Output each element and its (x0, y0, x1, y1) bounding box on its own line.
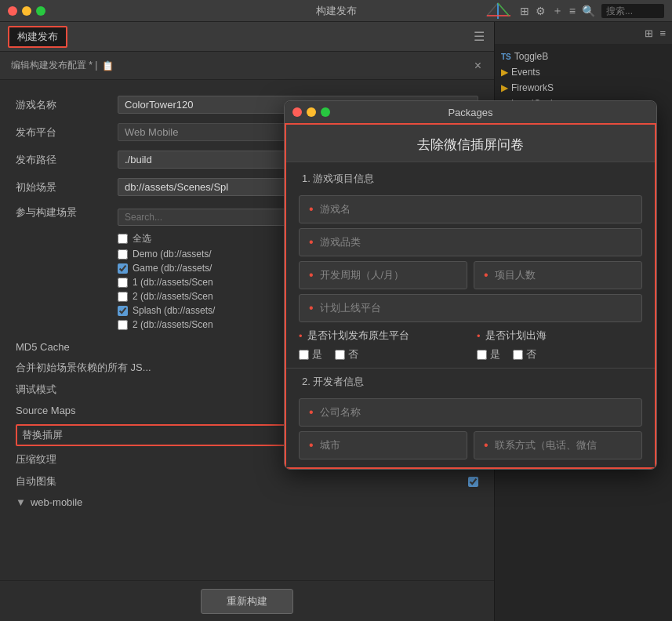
build-path-label: 发布路径 (16, 153, 118, 167)
sub-header: 编辑构建发布配置 * | 📋 × (0, 52, 494, 80)
team-size-field[interactable]: • 项目人数 (474, 261, 642, 289)
required-dot-8: • (309, 405, 314, 419)
right-panel-icon1[interactable]: ⊞ (645, 27, 653, 39)
native-platform-group: • 是否计划发布原生平台 是 否 (299, 329, 464, 361)
web-mobile-row: ▼ web-mobile (16, 496, 478, 508)
required-dot-2: • (309, 235, 314, 249)
scene-checkbox-game[interactable] (118, 263, 128, 274)
oversea-yes-checkbox[interactable] (477, 350, 487, 360)
folder-icon-fireworks: ▶ (501, 82, 508, 93)
edit-icon[interactable]: 📋 (102, 60, 114, 71)
dev-cycle-field[interactable]: • 开发周期（人/月） (299, 261, 467, 289)
scene-checkbox-all[interactable] (118, 234, 128, 244)
title-bar: 构建发布 ⊞ ⚙ ＋ ≡ 🔍 (0, 0, 672, 22)
contact-row: • 城市 • 联系方式（电话、微信 (299, 431, 642, 459)
window-title: 构建发布 (316, 4, 357, 18)
oversea-group: • 是否计划出海 是 否 (477, 329, 642, 361)
scene-checkbox-splash[interactable] (118, 306, 128, 316)
packages-content: 去除微信插屏问卷 1. 游戏项目信息 • 游戏名 • 游戏品类 • 开发周期（人… (285, 123, 656, 469)
oversea-yes-option[interactable]: 是 (477, 347, 500, 361)
game-name-placeholder: 游戏名 (320, 202, 351, 216)
oversea-no-label: 否 (526, 347, 536, 361)
game-name-label: 游戏名称 (16, 98, 118, 112)
platform-checkbox-row: • 是否计划发布原生平台 是 否 • 是否计划出海 (299, 329, 642, 361)
packages-close-btn[interactable] (292, 107, 302, 117)
list-icon[interactable]: ≡ (569, 5, 576, 17)
team-size-placeholder: 项目人数 (495, 268, 536, 282)
build-scenes-label: 参与构建场景 (16, 205, 118, 220)
company-name-placeholder: 公司名称 (320, 405, 361, 419)
oversea-no-option[interactable]: 否 (513, 347, 536, 361)
folder-icon-events: ▶ (501, 67, 508, 78)
maximize-button[interactable] (36, 6, 45, 16)
right-item-fireworks-label: FireworkS (511, 82, 554, 93)
right-item-events-label: Events (511, 67, 540, 78)
left-header: 构建发布 ☰ (0, 22, 494, 52)
native-yes-checkbox[interactable] (299, 350, 309, 360)
oversea-label: • 是否计划出海 (477, 329, 642, 343)
right-item-ts[interactable]: TS ToggleB (495, 49, 672, 64)
contact-field[interactable]: • 联系方式（电话、微信 (474, 431, 642, 459)
plus-icon[interactable]: ＋ (552, 4, 563, 18)
game-category-field[interactable]: • 游戏品类 (299, 228, 642, 256)
packages-minimize-btn[interactable] (307, 107, 316, 117)
gear-icon[interactable]: ⚙ (536, 5, 546, 17)
scene-label-all: 全选 (133, 232, 151, 245)
scene-label-splash: Splash (db://assets/ (133, 305, 215, 316)
native-no-checkbox[interactable] (335, 350, 345, 360)
right-panel-icon2[interactable]: ≡ (659, 27, 666, 39)
close-button[interactable] (8, 6, 17, 16)
title-bar-icons: ⊞ ⚙ ＋ ≡ 🔍 (482, 2, 664, 20)
rebuild-button[interactable]: 重新构建 (201, 589, 293, 614)
sub-header-label: 编辑构建发布配置 * | (11, 59, 97, 72)
autoatlas-checkbox[interactable] (468, 477, 478, 487)
section1-title: 1. 游戏项目信息 (286, 162, 655, 191)
oversea-no-checkbox[interactable] (513, 350, 523, 360)
camera-icon[interactable]: ⊞ (520, 5, 529, 17)
scene-label-2b: 2 (db://assets/Scen (133, 319, 213, 330)
section2-title: 2. 开发者信息 (286, 368, 655, 394)
web-mobile-label: web-mobile (31, 496, 82, 508)
contact-placeholder: 联系方式（电话、微信 (495, 438, 597, 452)
city-placeholder: 城市 (320, 438, 340, 452)
scene-checkbox-demo[interactable] (118, 249, 128, 260)
scene-label-1: 1 (db://assets/Scen (133, 277, 213, 288)
required-dot-1: • (309, 202, 314, 216)
game-category-placeholder: 游戏品类 (320, 235, 361, 249)
required-dot-10: • (484, 438, 489, 452)
launch-platform-field[interactable]: • 计划上线平台 (299, 294, 642, 322)
city-field[interactable]: • 城市 (299, 431, 467, 459)
dev-info-row: • 开发周期（人/月） • 项目人数 (299, 261, 642, 289)
native-platform-options: 是 否 (299, 347, 464, 361)
packages-title-bar: Packages (285, 101, 656, 123)
survey-title: 去除微信插屏问卷 (417, 137, 524, 152)
packages-modal: Packages 去除微信插屏问卷 1. 游戏项目信息 • 游戏名 • 游戏品类… (284, 100, 657, 470)
right-item-events[interactable]: ▶ Events (495, 64, 672, 80)
required-dot-5: • (309, 301, 314, 315)
search-input[interactable] (601, 4, 664, 18)
platform-label: 发布平台 (16, 125, 118, 140)
scene-checkbox-2[interactable] (118, 292, 128, 302)
company-name-field[interactable]: • 公司名称 (299, 398, 642, 427)
native-yes-label: 是 (312, 347, 322, 361)
scene-checkbox-1[interactable] (118, 278, 128, 288)
scene-checkbox-2b[interactable] (118, 320, 128, 330)
required-dot-9: • (309, 438, 314, 452)
right-item-ts-label: ToggleB (514, 51, 548, 62)
native-yes-option[interactable]: 是 (299, 347, 322, 361)
native-no-option[interactable]: 否 (335, 347, 358, 361)
minimize-button[interactable] (22, 6, 31, 16)
game-name-field[interactable]: • 游戏名 (299, 195, 642, 223)
dev-cycle-placeholder: 开发周期（人/月） (320, 268, 405, 282)
web-mobile-arrow-icon: ▼ (16, 496, 26, 508)
autoatlas-row: 自动图集 (16, 474, 478, 488)
close-config-icon[interactable]: × (474, 59, 481, 73)
menu-icon[interactable]: ☰ (474, 29, 485, 44)
native-platform-label: • 是否计划发布原生平台 (299, 329, 464, 343)
packages-window-controls (292, 107, 330, 117)
right-header: ⊞ ≡ (495, 22, 672, 44)
right-item-fireworks[interactable]: ▶ FireworkS (495, 80, 672, 96)
packages-maximize-btn[interactable] (321, 107, 330, 117)
scene-label-2: 2 (db://assets/Scen (133, 291, 213, 302)
search-icon[interactable]: 🔍 (582, 5, 595, 17)
